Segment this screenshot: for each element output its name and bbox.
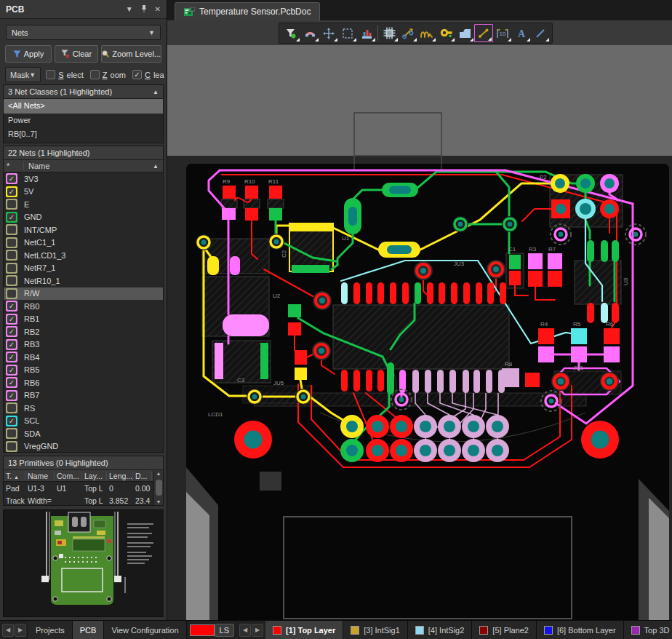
mask-checkbox-clea[interactable]: ✓Clea bbox=[132, 70, 164, 79]
document-tab[interactable]: Temperature Sensor.PcbDoc bbox=[175, 2, 320, 20]
column-layer[interactable]: Lay... bbox=[82, 472, 107, 480]
net-row[interactable]: ✓RB0 bbox=[4, 300, 163, 313]
net-color-swatch[interactable]: ✓ bbox=[6, 352, 17, 362]
route-tool-button[interactable] bbox=[399, 24, 417, 42]
tune-meander-tool-button[interactable] bbox=[417, 24, 436, 42]
layer-tab[interactable]: [6] Bottom Layer bbox=[537, 621, 624, 639]
net-color-swatch[interactable]: ✓ bbox=[6, 390, 17, 401]
column-d[interactable]: D... bbox=[133, 472, 152, 480]
net-color-swatch[interactable] bbox=[6, 199, 17, 210]
net-color-swatch[interactable]: ✓ bbox=[6, 326, 17, 337]
mask-checkbox-zoom[interactable]: Zoom bbox=[90, 70, 126, 79]
line-tool-button[interactable] bbox=[531, 24, 550, 42]
primitives-column-header[interactable]: T. ▲ Name Com... Lay... Leng... D... bbox=[4, 470, 163, 482]
mask-select[interactable]: Mask ▼ bbox=[5, 67, 41, 82]
net-row[interactable]: ✓RB3 bbox=[4, 338, 163, 352]
column-type[interactable]: T. ▲ bbox=[4, 472, 25, 480]
move-tool-button[interactable] bbox=[319, 24, 338, 42]
net-row[interactable]: ✓RB7 bbox=[4, 389, 163, 402]
net-color-swatch[interactable]: ✓ bbox=[6, 314, 17, 325]
net-color-swatch[interactable] bbox=[6, 263, 17, 274]
layer-set-button[interactable]: LS bbox=[215, 624, 234, 637]
snap-magnet-tool-button[interactable] bbox=[300, 24, 319, 42]
primitives-scrollbar[interactable]: ▲ ▼ bbox=[153, 470, 163, 505]
net-color-swatch[interactable]: ✓ bbox=[6, 301, 17, 311]
net-row[interactable]: ✓RB5 bbox=[4, 364, 163, 377]
apply-button[interactable]: Apply bbox=[5, 45, 52, 63]
filter-tool-button[interactable] bbox=[281, 24, 300, 42]
scrollbar-thumb[interactable] bbox=[156, 480, 162, 496]
nav-right-icon[interactable]: ▶ bbox=[252, 624, 263, 637]
net-color-swatch[interactable] bbox=[6, 288, 17, 299]
net-row[interactable]: NetLCD1_3 bbox=[4, 249, 163, 262]
scroll-up-icon[interactable]: ▲ bbox=[156, 471, 161, 476]
nets-column-header[interactable]: * Name ▲ bbox=[4, 160, 163, 172]
net-row[interactable]: ✓RB2 bbox=[4, 325, 163, 338]
board-preview[interactable] bbox=[3, 509, 164, 617]
net-color-swatch[interactable]: ✓ bbox=[6, 416, 17, 426]
text-tool-button[interactable]: A bbox=[512, 24, 531, 42]
panel-menu-icon[interactable]: ▼ bbox=[126, 5, 133, 13]
layer-tab[interactable]: [1] Top Layer bbox=[265, 621, 343, 639]
column-name[interactable]: Name bbox=[25, 472, 55, 480]
trace-tool-button[interactable] bbox=[474, 24, 493, 42]
column-name[interactable]: Name bbox=[24, 162, 153, 170]
dimension-tool-button[interactable]: 10 bbox=[493, 24, 512, 42]
mask-checkbox-select[interactable]: Select bbox=[46, 70, 84, 79]
net-row[interactable]: RS bbox=[4, 402, 163, 415]
scroll-down-icon[interactable]: ▼ bbox=[156, 499, 161, 504]
polygon-pour-tool-button[interactable] bbox=[455, 24, 474, 42]
net-class-row[interactable]: <All Nets> bbox=[4, 99, 163, 114]
net-row[interactable]: ✓RB6 bbox=[4, 376, 163, 389]
net-row[interactable]: VregGND bbox=[4, 440, 163, 453]
net-row[interactable]: ✓3V3 bbox=[4, 172, 163, 186]
net-row[interactable]: ✓GND bbox=[4, 211, 163, 224]
net-class-row[interactable]: Power bbox=[4, 114, 163, 128]
net-color-swatch[interactable] bbox=[6, 275, 17, 286]
layer-set-control[interactable]: LS bbox=[190, 623, 234, 637]
net-row[interactable]: ✓RB1 bbox=[4, 313, 163, 326]
column-star[interactable]: * bbox=[7, 162, 24, 170]
net-row[interactable]: NetC1_1 bbox=[4, 237, 163, 250]
net-color-swatch[interactable] bbox=[6, 224, 17, 235]
close-icon[interactable]: ✕ bbox=[155, 5, 161, 13]
net-color-swatch[interactable] bbox=[6, 402, 17, 413]
nets-header[interactable]: 22 Nets (1 Highlighted) bbox=[4, 146, 163, 160]
panel-tab-view-configuration[interactable]: View Configuration bbox=[104, 621, 186, 639]
net-color-swatch[interactable] bbox=[6, 441, 17, 452]
zoom-level-button[interactable]: Zoom Level... bbox=[101, 45, 161, 63]
net-row[interactable]: INT/CMP bbox=[4, 223, 163, 237]
nav-right-icon[interactable]: ▶ bbox=[15, 624, 26, 637]
net-color-swatch[interactable]: ✓ bbox=[6, 173, 17, 184]
net-color-swatch[interactable] bbox=[6, 250, 17, 261]
pad-stack-tool-button[interactable] bbox=[357, 24, 376, 42]
net-color-swatch[interactable]: ✓ bbox=[6, 377, 17, 388]
net-row[interactable]: NetR7_1 bbox=[4, 262, 163, 275]
net-classes-header[interactable]: 3 Net Classes (1 Highlighted) ▲ bbox=[4, 85, 163, 99]
net-row[interactable]: SDA bbox=[4, 427, 163, 440]
layer-tab[interactable]: Top 3D Body bbox=[624, 621, 672, 639]
nav-left-icon[interactable]: ◀ bbox=[2, 624, 14, 637]
net-color-swatch[interactable] bbox=[6, 237, 17, 248]
net-row[interactable]: ✓SCL bbox=[4, 415, 163, 428]
net-color-swatch[interactable] bbox=[6, 428, 17, 439]
layer-tab[interactable]: [3] IntSig1 bbox=[343, 621, 408, 639]
checkbox[interactable] bbox=[90, 70, 100, 79]
primitives-header[interactable]: 13 Primitives (0 Highlighted) bbox=[4, 456, 163, 470]
layer-tab[interactable]: [4] IntSig2 bbox=[408, 621, 473, 639]
net-row[interactable]: ✓5V bbox=[4, 186, 163, 199]
net-color-swatch[interactable]: ✓ bbox=[6, 212, 17, 223]
nav-left-icon[interactable]: ◀ bbox=[239, 624, 251, 637]
active-layer-color-swatch[interactable] bbox=[190, 624, 215, 636]
layer-tab[interactable]: [5] Plane2 bbox=[472, 621, 537, 639]
net-row[interactable]: ✓RB4 bbox=[4, 351, 163, 364]
primitive-row[interactable]: PadU1-3U1Top L00.00 bbox=[4, 482, 163, 494]
pin-icon[interactable] bbox=[140, 4, 148, 15]
checkbox[interactable]: ✓ bbox=[132, 70, 142, 79]
net-row[interactable]: E bbox=[4, 198, 163, 211]
column-length[interactable]: Leng... bbox=[107, 472, 133, 480]
net-color-swatch[interactable]: ✓ bbox=[6, 186, 17, 197]
primitive-row[interactable]: TrackWidth=Top L3.85223.4 bbox=[4, 494, 163, 507]
panel-tab-projects[interactable]: Projects bbox=[28, 621, 73, 639]
net-class-row[interactable]: RB[0..7] bbox=[4, 127, 163, 142]
